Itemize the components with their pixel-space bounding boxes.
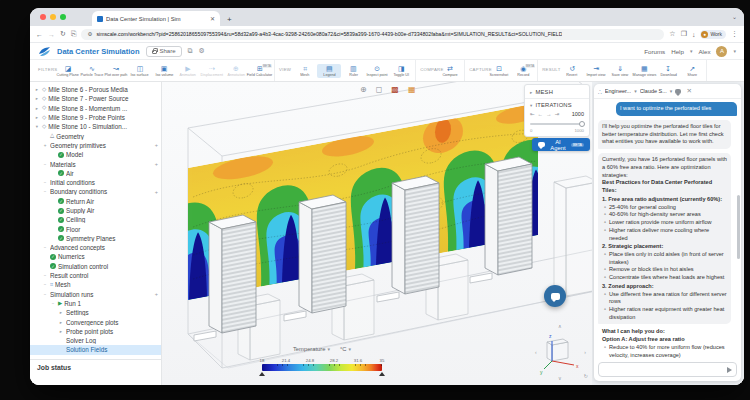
tree-item-result-control[interactable]: −Result control <box>30 271 161 280</box>
tree-expander-icon[interactable]: − <box>42 282 48 287</box>
mesh-section-toggle[interactable]: ▸ MESH <box>525 87 589 97</box>
plot-over-path-button[interactable]: ↝Plot over path <box>104 64 128 78</box>
user-avatar[interactable]: A <box>716 46 727 57</box>
iteration-slider[interactable] <box>530 121 584 127</box>
next-iteration-icon[interactable]: → <box>546 111 552 117</box>
tree-item-run-1[interactable]: −▶Run 1 <box>30 299 161 308</box>
tree-item-return-air[interactable]: ✓Return Air <box>30 197 161 206</box>
reload-icon[interactable]: ↻ <box>60 30 66 38</box>
bounding-box-icon[interactable]: ◻ <box>376 86 383 94</box>
field-calculator-button[interactable]: ⊞Field CalculatorBETA <box>248 64 272 78</box>
tree-item-mile-stone-6-porous-media[interactable]: ▸◇Mile Stone 6 - Porous Media <box>30 85 161 94</box>
mesh-coarse-icon[interactable]: ▩ <box>391 86 399 94</box>
tree-expander-icon[interactable]: ▸ <box>34 96 40 101</box>
model-chevron-icon[interactable]: ▾ <box>670 88 673 94</box>
close-window-button[interactable] <box>40 14 46 20</box>
rotate-cw-icon[interactable]: ↻ <box>584 373 588 379</box>
legend-view-button[interactable]: ▤Legend <box>317 64 341 78</box>
tree-item-model[interactable]: ✓Model <box>30 150 161 159</box>
tree-item-numerics[interactable]: ✓Numerics <box>30 252 161 261</box>
job-status-section[interactable]: Job status <box>30 359 161 385</box>
browser-profile-chip[interactable]: ● Work <box>700 30 726 39</box>
import-view-button[interactable]: ⇥Import view <box>584 64 608 78</box>
chat-scrollbar[interactable] <box>737 195 740 259</box>
legend-field-dropdown[interactable]: Temperature▾ <box>293 346 330 352</box>
rotate-left-icon[interactable]: ‹ <box>535 349 537 355</box>
iso-volume-button[interactable]: ▣Iso volume <box>152 64 176 78</box>
minimize-window-button[interactable] <box>50 14 56 20</box>
model-selector[interactable]: Claude S... <box>640 88 667 94</box>
tree-item-floor[interactable]: ✓Floor <box>30 224 161 233</box>
animation-button[interactable]: ▶Animation <box>176 64 200 78</box>
clip-widget-icon[interactable]: ⊕ <box>360 86 367 94</box>
tree-expander-icon[interactable]: ▸ <box>58 329 64 334</box>
rotate-up-icon[interactable]: ∧ <box>558 323 562 329</box>
tree-expander-icon[interactable]: + <box>42 143 48 148</box>
rotate-right-icon[interactable]: › <box>584 349 586 355</box>
back-icon[interactable]: ← <box>36 31 43 38</box>
maximize-window-button[interactable] <box>60 14 66 20</box>
sidebar-icon[interactable]: ⎘ <box>71 30 77 38</box>
orientation-cube[interactable]: x z y <box>536 325 588 381</box>
tree-item-mile-stone-8-momentum[interactable]: ▸◇Mile Stone 8 - Momentum ... <box>30 104 161 113</box>
tree-expander-icon[interactable]: − <box>42 292 48 297</box>
previous-iteration-icon[interactable]: ← <box>538 111 544 117</box>
help-menu[interactable]: Help <box>671 48 684 55</box>
compare-button[interactable]: ⇄Compare <box>438 64 462 78</box>
tree-item-mesh[interactable]: −⌗Mesh <box>30 280 161 289</box>
legend-max-handle[interactable] <box>379 372 385 376</box>
first-iteration-icon[interactable]: ⇤ <box>530 111 535 117</box>
annotation-button[interactable]: ⊕Annotation <box>224 64 248 78</box>
ai-chat-fab[interactable] <box>544 285 566 307</box>
tree-expander-icon[interactable]: ▸ <box>34 115 40 120</box>
tab-close-icon[interactable]: ✕ <box>210 15 215 22</box>
legend-colorbar[interactable] <box>262 364 382 371</box>
agent-chevron-icon[interactable]: ▾ <box>634 88 637 94</box>
revert-button[interactable]: ↺Revert <box>560 64 584 78</box>
add-icon[interactable]: + <box>155 291 158 297</box>
tree-expander-icon[interactable]: − <box>42 180 48 185</box>
orientation-widget[interactable]: x z y ∧ ∨ ‹ › ↻ <box>536 325 588 381</box>
mesh-fine-icon[interactable]: ▦ <box>408 86 416 94</box>
tree-item-solution-fields[interactable]: Solution Fields <box>30 345 161 354</box>
tree-item-symmetry-planes[interactable]: ✓Symmetry Planes <box>30 234 161 243</box>
tree-expander-icon[interactable]: − <box>42 245 48 250</box>
tree-expander-icon[interactable]: ▸ <box>34 87 40 92</box>
download-button[interactable]: ↧Download <box>656 64 680 78</box>
tree-item-materials[interactable]: −Materials+ <box>30 159 161 168</box>
traffic-lights[interactable] <box>40 14 66 20</box>
tree-expander-icon[interactable]: ▸ <box>58 310 64 315</box>
project-settings-icon[interactable]: ⚙ <box>199 47 205 55</box>
slider-handle[interactable] <box>579 121 585 127</box>
tab-search-chevron-icon[interactable]: ⌄ <box>732 13 737 20</box>
legend-min-handle[interactable] <box>259 372 265 376</box>
download-tray-icon[interactable]: ↓ <box>692 31 696 38</box>
close-chat-icon[interactable]: ✕ <box>686 87 691 95</box>
tree-item-mile-stone-9-probe-points[interactable]: ▸◇Mile Stone 9 - Probe Points <box>30 113 161 122</box>
account-chevron-icon[interactable]: ▾ <box>733 48 736 54</box>
displacement-button[interactable]: ⇢Displacement <box>200 64 224 78</box>
save-view-button[interactable]: ⇓Save view <box>608 64 632 78</box>
tree-item-mile-stone-7-power-source[interactable]: ▸◇Mile Stone 7 - Power Source <box>30 94 161 103</box>
bookmark-star-icon[interactable]: ☆ <box>669 30 675 38</box>
tree-item-advanced-concepts[interactable]: −Advanced concepts <box>30 243 161 252</box>
tree-item-settings[interactable]: ▸Settings <box>30 308 161 317</box>
tree-item-convergence-plots[interactable]: ▸Convergence plots <box>30 317 161 326</box>
cutting-plane-button[interactable]: ◪Cutting Plane <box>56 64 80 78</box>
tree-item-simulation-control[interactable]: ✓Simulation control <box>30 262 161 271</box>
browser-menu-icon[interactable]: ⋮ <box>731 30 738 38</box>
tree-item-initial-conditions[interactable]: −Initial conditions <box>30 178 161 187</box>
forward-icon[interactable]: → <box>48 31 55 38</box>
tree-item-supply-air[interactable]: ✓Supply Air <box>30 206 161 215</box>
manage-views-button[interactable]: ▦Manage views <box>632 64 656 78</box>
send-icon[interactable] <box>727 367 732 373</box>
new-tab-button[interactable]: + <box>227 15 232 24</box>
tree-expander-icon[interactable]: ▸ <box>58 320 64 325</box>
tree-item-solver-log[interactable]: Solver Log <box>30 336 161 345</box>
extensions-icon[interactable]: ❐ <box>681 30 687 38</box>
last-iteration-icon[interactable]: ⇥ <box>555 111 560 117</box>
tree-item-simulation-runs[interactable]: −Simulation runs+ <box>30 290 161 299</box>
tree-item-probe-point-plots[interactable]: ▸Probe point plots <box>30 327 161 336</box>
iso-surface-button[interactable]: ◫Iso surface <box>128 64 152 78</box>
browser-tab[interactable]: Data Center Simulation | Sim ✕ <box>92 11 220 26</box>
